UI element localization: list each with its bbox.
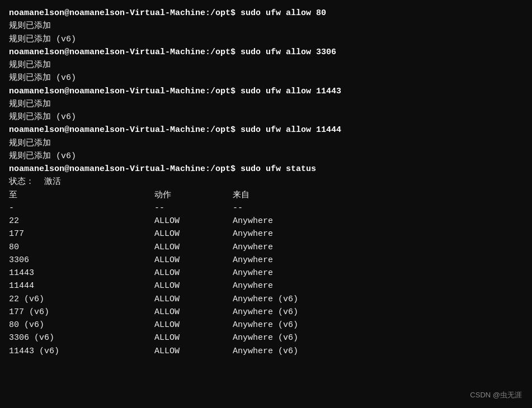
command-text: sudo ufw allow 3306: [241, 48, 336, 57]
table-row: 11443ALLOWAnywhere: [9, 267, 523, 279]
col-from-value: Anywhere: [233, 268, 273, 278]
table-row: -----: [9, 202, 523, 215]
output-line: 规则已添加 (v6): [9, 33, 523, 46]
col-to-value: 11443: [9, 267, 154, 279]
col-to-value: 3306 (v6): [9, 331, 154, 344]
prompt-text: noamanelson@noamanelson-Virtual-Machine:…: [9, 8, 241, 18]
output-line: 规则已添加 (v6): [9, 111, 523, 124]
col-action-value: ALLOW: [154, 319, 233, 331]
col-action-value: --: [154, 202, 233, 215]
command-text: sudo ufw status: [241, 164, 316, 174]
terminal-content: noamanelson@noamanelson-Virtual-Machine:…: [9, 7, 523, 358]
col-action-value: ALLOW: [154, 279, 233, 292]
prompt-line: noamanelson@noamanelson-Virtual-Machine:…: [9, 124, 523, 136]
table-row: 22 (v6)ALLOWAnywhere (v6): [9, 293, 523, 306]
col-to-value: 177 (v6): [9, 306, 154, 319]
col-from-header: 来自: [233, 191, 249, 200]
command-text: sudo ufw allow 11443: [241, 87, 341, 96]
col-from-value: Anywhere: [233, 216, 273, 226]
output-line: 状态： 激活: [9, 175, 523, 188]
col-to-header: 至: [9, 189, 154, 202]
table-row: 22ALLOWAnywhere: [9, 215, 523, 227]
command-text: sudo ufw allow 80: [241, 8, 326, 18]
command-text: sudo ufw allow 11444: [241, 125, 341, 135]
table-row: 11444ALLOWAnywhere: [9, 279, 523, 292]
col-action-value: ALLOW: [154, 227, 233, 240]
col-action-value: ALLOW: [154, 293, 233, 306]
col-from-value: Anywhere: [233, 229, 273, 239]
prompt-line: noamanelson@noamanelson-Virtual-Machine:…: [9, 85, 523, 98]
col-from-value: Anywhere: [233, 255, 273, 265]
table-row: 3306 (v6)ALLOWAnywhere (v6): [9, 331, 523, 344]
col-from-value: Anywhere (v6): [233, 347, 298, 356]
table-row: 177 (v6)ALLOWAnywhere (v6): [9, 306, 523, 319]
col-action-value: ALLOW: [154, 254, 233, 267]
col-to-value: 80: [9, 241, 154, 254]
col-from-value: Anywhere: [233, 281, 273, 291]
col-action-value: ALLOW: [154, 331, 233, 344]
prompt-line: noamanelson@noamanelson-Virtual-Machine:…: [9, 46, 523, 59]
table-row: 3306ALLOWAnywhere: [9, 254, 523, 267]
output-line: 规则已添加: [9, 59, 523, 72]
col-to-value: 177: [9, 227, 154, 240]
table-row: 177ALLOWAnywhere: [9, 227, 523, 240]
col-to-value: 80 (v6): [9, 319, 154, 331]
col-from-value: Anywhere: [233, 243, 273, 252]
table-header-row: 至动作来自: [9, 189, 523, 202]
col-from-value: Anywhere (v6): [233, 307, 298, 317]
output-line: 规则已添加 (v6): [9, 72, 523, 84]
prompt-text: noamanelson@noamanelson-Virtual-Machine:…: [9, 125, 241, 135]
col-to-value: 11443 (v6): [9, 345, 154, 358]
col-action-value: ALLOW: [154, 241, 233, 254]
col-from-value: --: [233, 203, 243, 213]
prompt-line: noamanelson@noamanelson-Virtual-Machine:…: [9, 163, 523, 175]
output-line: 规则已添加: [9, 137, 523, 150]
prompt-text: noamanelson@noamanelson-Virtual-Machine:…: [9, 164, 241, 174]
output-line: 规则已添加: [9, 98, 523, 111]
col-action-value: ALLOW: [154, 267, 233, 279]
prompt-text: noamanelson@noamanelson-Virtual-Machine:…: [9, 48, 241, 57]
terminal-window: noamanelson@noamanelson-Virtual-Machine:…: [0, 0, 532, 408]
col-to-value: -: [9, 202, 154, 215]
table-row: 11443 (v6)ALLOWAnywhere (v6): [9, 345, 523, 358]
output-line: 规则已添加: [9, 20, 523, 32]
prompt-text: noamanelson@noamanelson-Virtual-Machine:…: [9, 87, 241, 96]
col-action-header: 动作: [154, 189, 233, 202]
col-action-value: ALLOW: [154, 306, 233, 319]
output-line: 规则已添加 (v6): [9, 150, 523, 163]
col-to-value: 22: [9, 215, 154, 227]
col-to-value: 3306: [9, 254, 154, 267]
col-action-value: ALLOW: [154, 345, 233, 358]
col-from-value: Anywhere (v6): [233, 295, 298, 304]
col-from-value: Anywhere (v6): [233, 320, 298, 330]
watermark: CSDN @虫无涯: [470, 390, 522, 400]
col-to-value: 22 (v6): [9, 293, 154, 306]
prompt-line: noamanelson@noamanelson-Virtual-Machine:…: [9, 7, 523, 20]
col-action-value: ALLOW: [154, 215, 233, 227]
col-from-value: Anywhere (v6): [233, 333, 298, 343]
table-row: 80 (v6)ALLOWAnywhere (v6): [9, 319, 523, 331]
table-row: 80ALLOWAnywhere: [9, 241, 523, 254]
col-to-value: 11444: [9, 279, 154, 292]
